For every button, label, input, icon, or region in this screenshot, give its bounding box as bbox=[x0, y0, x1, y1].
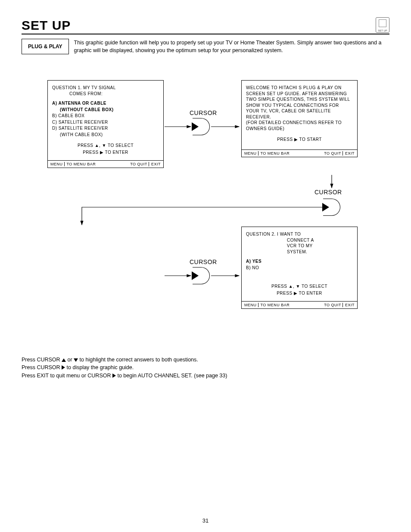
triangle-up-icon bbox=[62, 358, 66, 362]
intro-row: PLUG & PLAY This graphic guide function … bbox=[22, 39, 389, 54]
page-title: SET UP bbox=[22, 18, 71, 33]
triangle-right-icon bbox=[62, 365, 65, 370]
plug-and-play-box: PLUG & PLAY bbox=[22, 39, 69, 54]
instructions: Press CURSOR or to highlight the correct… bbox=[22, 356, 389, 379]
triangle-right-icon bbox=[112, 373, 116, 378]
triangle-down-icon bbox=[74, 358, 78, 362]
flow-arrows bbox=[22, 80, 388, 339]
page-number: 31 bbox=[22, 517, 389, 524]
intro-text: This graphic guide function will help yo… bbox=[74, 39, 389, 54]
setup-logo-icon: SET UP bbox=[376, 17, 389, 33]
flow-diagram: ▲▼SET UPCUSTOMVIDEOAUDIOTHEATERINFO MENU… bbox=[22, 80, 389, 339]
